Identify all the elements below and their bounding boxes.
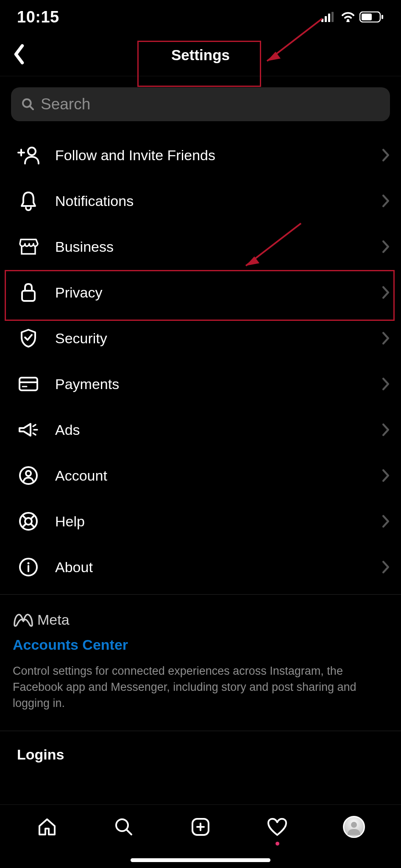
- svg-rect-15: [22, 291, 35, 301]
- info-icon: [17, 557, 40, 577]
- menu-label: Help: [55, 513, 366, 530]
- chevron-right-icon: [382, 515, 390, 528]
- logins-heading: Logins: [17, 746, 384, 763]
- svg-line-19: [33, 425, 36, 426]
- meta-brand-text: Meta: [37, 612, 70, 628]
- accounts-center-link[interactable]: Accounts Center: [13, 637, 388, 653]
- status-bar: 10:15: [0, 0, 401, 34]
- menu-label: Business: [55, 239, 366, 255]
- item-security[interactable]: Security: [0, 315, 401, 361]
- svg-line-26: [22, 515, 26, 519]
- svg-point-4: [347, 19, 349, 22]
- chevron-right-icon: [382, 560, 390, 574]
- item-account[interactable]: Account: [0, 453, 401, 498]
- menu-label: About: [55, 559, 366, 576]
- item-business[interactable]: Business: [0, 224, 401, 270]
- search-icon: [114, 817, 134, 837]
- plus-square-icon: [190, 817, 211, 837]
- search-wrap: Search: [0, 76, 401, 132]
- svg-point-12: [28, 147, 36, 155]
- menu-label: Follow and Invite Friends: [55, 147, 366, 164]
- svg-line-27: [31, 515, 34, 519]
- search-icon: [21, 97, 35, 111]
- item-ads[interactable]: Ads: [0, 407, 401, 453]
- page-title: Settings: [171, 47, 230, 64]
- shield-check-icon: [17, 328, 40, 348]
- megaphone-icon: [17, 420, 40, 439]
- heart-icon: [267, 817, 288, 837]
- bell-icon: [17, 191, 40, 211]
- tab-profile[interactable]: [339, 814, 369, 840]
- search-input[interactable]: Search: [11, 87, 390, 121]
- tab-new-post[interactable]: [186, 814, 215, 840]
- svg-line-29: [31, 524, 34, 527]
- storefront-icon: [17, 238, 40, 256]
- item-payments[interactable]: Payments: [0, 361, 401, 407]
- svg-rect-2: [328, 14, 330, 22]
- item-privacy[interactable]: Privacy: [0, 270, 401, 315]
- back-button[interactable]: [12, 44, 26, 67]
- svg-rect-16: [19, 378, 37, 390]
- chevron-left-icon: [12, 44, 26, 65]
- menu-label: Privacy: [55, 284, 366, 301]
- menu-label: Account: [55, 467, 366, 484]
- menu-label: Ads: [55, 422, 366, 438]
- svg-line-36: [127, 830, 131, 835]
- cellular-icon: [321, 12, 337, 22]
- wifi-icon: [341, 12, 355, 22]
- svg-rect-3: [331, 12, 334, 22]
- svg-rect-6: [362, 14, 372, 20]
- settings-menu: Follow and Invite Friends Notifications …: [0, 132, 401, 590]
- tab-search[interactable]: [109, 814, 139, 840]
- status-time: 10:15: [17, 8, 59, 26]
- chevron-right-icon: [382, 331, 390, 345]
- svg-line-11: [30, 106, 33, 109]
- item-help[interactable]: Help: [0, 498, 401, 544]
- lock-icon: [17, 282, 40, 303]
- menu-label: Security: [55, 330, 366, 347]
- avatar-icon: [343, 816, 365, 838]
- chevron-right-icon: [382, 423, 390, 437]
- chevron-right-icon: [382, 286, 390, 299]
- chevron-right-icon: [382, 469, 390, 482]
- battery-icon: [359, 11, 384, 22]
- tab-home[interactable]: [32, 814, 62, 840]
- person-circle-icon: [17, 466, 40, 485]
- svg-point-40: [351, 822, 357, 828]
- meta-brand: Meta: [13, 612, 388, 628]
- svg-line-28: [22, 524, 26, 527]
- svg-rect-7: [382, 15, 383, 19]
- logins-section: Logins: [0, 731, 401, 778]
- item-follow-invite[interactable]: Follow and Invite Friends: [0, 132, 401, 178]
- status-right-icons: [321, 11, 384, 22]
- home-indicator[interactable]: [131, 858, 270, 862]
- person-plus-icon: [17, 146, 40, 164]
- lifebuoy-icon: [17, 512, 40, 531]
- svg-rect-0: [321, 19, 323, 22]
- svg-rect-1: [325, 16, 327, 22]
- card-icon: [17, 376, 40, 392]
- meta-description: Control settings for connected experienc…: [13, 663, 388, 711]
- chevron-right-icon: [382, 240, 390, 253]
- meta-section: Meta Accounts Center Control settings fo…: [0, 595, 401, 722]
- chevron-right-icon: [382, 194, 390, 208]
- menu-label: Notifications: [55, 193, 366, 209]
- chevron-right-icon: [382, 148, 390, 162]
- menu-label: Payments: [55, 376, 366, 392]
- item-about[interactable]: About: [0, 544, 401, 590]
- item-notifications[interactable]: Notifications: [0, 178, 401, 224]
- search-placeholder: Search: [41, 95, 90, 113]
- svg-point-23: [26, 471, 31, 476]
- chevron-right-icon: [382, 377, 390, 391]
- svg-point-25: [25, 518, 32, 525]
- notification-dot-icon: [276, 842, 279, 846]
- home-icon: [37, 817, 57, 837]
- tab-activity[interactable]: [262, 814, 292, 840]
- svg-line-21: [33, 433, 36, 435]
- meta-logo-icon: [13, 613, 34, 627]
- nav-header: Settings: [0, 34, 401, 76]
- svg-point-31: [28, 562, 30, 565]
